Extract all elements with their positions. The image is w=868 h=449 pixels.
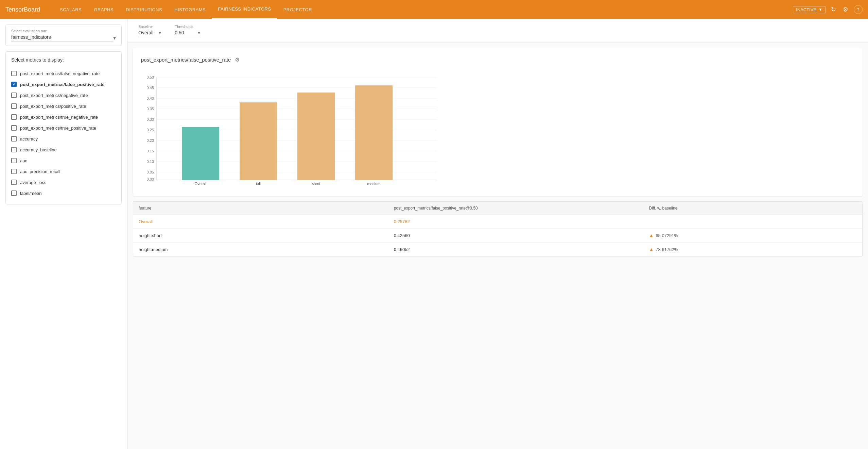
chart-settings-icon[interactable]: ⚙: [235, 56, 240, 63]
baseline-select[interactable]: Overall ▾: [138, 30, 161, 37]
cell-value: 0.42560: [388, 229, 644, 243]
svg-text:0.45: 0.45: [147, 86, 154, 90]
diff-value: 65.07291%: [656, 233, 678, 238]
col-feature: feature: [133, 202, 388, 215]
data-table-section: feature post_export_metrics/false_positi…: [133, 201, 863, 256]
nav-link-graphs[interactable]: GRAPHS: [88, 0, 120, 19]
metric-item-m4[interactable]: post_export_metrics/positive_rate: [11, 101, 116, 112]
metric-item-m6[interactable]: post_export_metrics/true_positive_rate: [11, 122, 116, 133]
metric-label-m11: average_loss: [20, 180, 46, 185]
thresholds-dropdown-arrow[interactable]: ▾: [198, 30, 200, 35]
metric-checkbox-m5[interactable]: [11, 114, 17, 120]
metrics-section: Select metrics to display: post_export_m…: [5, 51, 122, 204]
metric-item-m8[interactable]: accuracy_baseline: [11, 144, 116, 155]
metric-checkbox-m4[interactable]: [11, 103, 17, 109]
data-table: feature post_export_metrics/false_positi…: [133, 202, 862, 256]
metric-item-m7[interactable]: accuracy: [11, 133, 116, 144]
cell-feature: height:short: [133, 229, 388, 243]
help-button[interactable]: ?: [854, 5, 863, 14]
nav-link-projector[interactable]: PROJECTOR: [277, 0, 318, 19]
main-layout: Select evaluation run: fairness_indicato…: [0, 19, 868, 449]
settings-button[interactable]: ⚙: [841, 4, 850, 15]
nav-link-distributions[interactable]: DISTRIBUTIONS: [120, 0, 168, 19]
metric-checkbox-m6[interactable]: [11, 125, 17, 131]
svg-text:0.20: 0.20: [147, 138, 154, 143]
metric-label-m3: post_export_metrics/negative_rate: [20, 93, 88, 98]
bar-chart: 0.50 0.45 0.40 0.35 0.30 0.25 0.20 0.15 …: [141, 71, 447, 187]
thresholds-select[interactable]: 0.50 ▾: [175, 30, 200, 37]
metric-item-m11[interactable]: average_loss: [11, 177, 116, 188]
metric-checkbox-m1[interactable]: [11, 71, 17, 76]
svg-text:0.05: 0.05: [147, 170, 154, 174]
run-section: Select evaluation run: fairness_indicato…: [5, 24, 122, 46]
metric-item-m10[interactable]: auc_precision_recall: [11, 166, 116, 177]
metric-item-m1[interactable]: post_export_metrics/false_negative_rate: [11, 68, 116, 79]
metric-item-m2[interactable]: post_export_metrics/false_positive_rate: [11, 79, 116, 90]
run-value: fairness_indicators: [11, 34, 113, 41]
table-header-row: feature post_export_metrics/false_positi…: [133, 202, 862, 215]
nav-link-scalars[interactable]: SCALARS: [54, 0, 88, 19]
up-arrow-icon: ▲: [649, 247, 654, 252]
col-diff: Diff. w. baseline: [644, 202, 863, 215]
chart-section: post_export_metrics/false_positive_rate …: [133, 48, 863, 196]
metric-label-m7: accuracy: [20, 136, 38, 142]
thresholds-value: 0.50: [175, 30, 184, 35]
metric-checkbox-m11[interactable]: [11, 180, 17, 185]
metric-label-m10: auc_precision_recall: [20, 169, 60, 174]
table-row: height:short0.42560▲65.07291%: [133, 229, 862, 243]
status-dropdown[interactable]: INACTIVE ▼: [793, 6, 826, 13]
topnav-right: INACTIVE ▼ ↻ ⚙ ?: [793, 4, 863, 15]
metric-checkbox-m8[interactable]: [11, 147, 17, 152]
cell-feature[interactable]: Overall: [133, 215, 388, 229]
metrics-list: post_export_metrics/false_negative_ratep…: [11, 68, 116, 199]
metric-checkbox-m9[interactable]: [11, 158, 17, 163]
svg-text:0.00: 0.00: [147, 177, 154, 181]
svg-text:0.10: 0.10: [147, 160, 154, 164]
metric-label-m8: accuracy_baseline: [20, 147, 57, 152]
cell-diff: ▲65.07291%: [644, 229, 863, 243]
metric-checkbox-m3[interactable]: [11, 93, 17, 98]
refresh-button[interactable]: ↻: [830, 4, 837, 15]
metric-item-m12[interactable]: label/mean: [11, 188, 116, 199]
bar-short: [297, 93, 335, 180]
baseline-dropdown-arrow[interactable]: ▾: [159, 30, 161, 35]
nav-link-histograms[interactable]: HISTOGRAMS: [168, 0, 212, 19]
metric-checkbox-m7[interactable]: [11, 136, 17, 142]
metric-label-m5: post_export_metrics/true_negative_rate: [20, 115, 98, 120]
svg-text:0.15: 0.15: [147, 149, 154, 153]
svg-text:0.25: 0.25: [147, 128, 154, 132]
cell-value: 0.46052: [388, 243, 644, 256]
run-dropdown-arrow[interactable]: ▾: [113, 35, 116, 41]
metric-item-m5[interactable]: post_export_metrics/true_negative_rate: [11, 112, 116, 122]
topnav: TensorBoard SCALARSGRAPHSDISTRIBUTIONSHI…: [0, 0, 868, 19]
baseline-value: Overall: [138, 30, 153, 35]
nav-link-fairness-indicators[interactable]: FAIRNESS INDICATORS: [212, 0, 277, 19]
metric-checkbox-m10[interactable]: [11, 169, 17, 174]
col-metric: post_export_metrics/false_positive_rate@…: [388, 202, 644, 215]
metric-checkbox-m2[interactable]: [11, 82, 17, 87]
chart-title-row: post_export_metrics/false_positive_rate …: [141, 56, 854, 63]
svg-text:medium: medium: [367, 182, 380, 186]
run-select-row[interactable]: fairness_indicators ▾: [11, 34, 116, 41]
diff-cell: ▲78.61762%: [649, 247, 857, 252]
cell-diff: ▲78.61762%: [644, 243, 863, 256]
sidebar: Select evaluation run: fairness_indicato…: [0, 19, 127, 449]
baseline-label: Baseline: [138, 24, 161, 29]
metric-item-m9[interactable]: auc: [11, 155, 116, 166]
svg-text:Overall: Overall: [195, 182, 207, 186]
metric-label-m2: post_export_metrics/false_positive_rate: [20, 82, 105, 87]
metric-label-m12: label/mean: [20, 191, 42, 196]
baseline-feature-link[interactable]: Overall: [139, 219, 153, 224]
svg-text:0.30: 0.30: [147, 117, 154, 121]
metric-label-m6: post_export_metrics/true_positive_rate: [20, 126, 96, 131]
status-dropdown-arrow[interactable]: ▼: [818, 7, 822, 12]
cell-feature: height:medium: [133, 243, 388, 256]
metric-checkbox-m12[interactable]: [11, 190, 17, 196]
svg-text:0.50: 0.50: [147, 75, 154, 79]
top-controls: Baseline Overall ▾ Thresholds 0.50 ▾: [127, 19, 868, 43]
svg-text:0.40: 0.40: [147, 96, 154, 100]
diff-cell: ▲65.07291%: [649, 233, 857, 238]
content-area: Baseline Overall ▾ Thresholds 0.50 ▾ pos…: [127, 19, 868, 449]
thresholds-control: Thresholds 0.50 ▾: [175, 24, 200, 37]
metric-item-m3[interactable]: post_export_metrics/negative_rate: [11, 90, 116, 101]
